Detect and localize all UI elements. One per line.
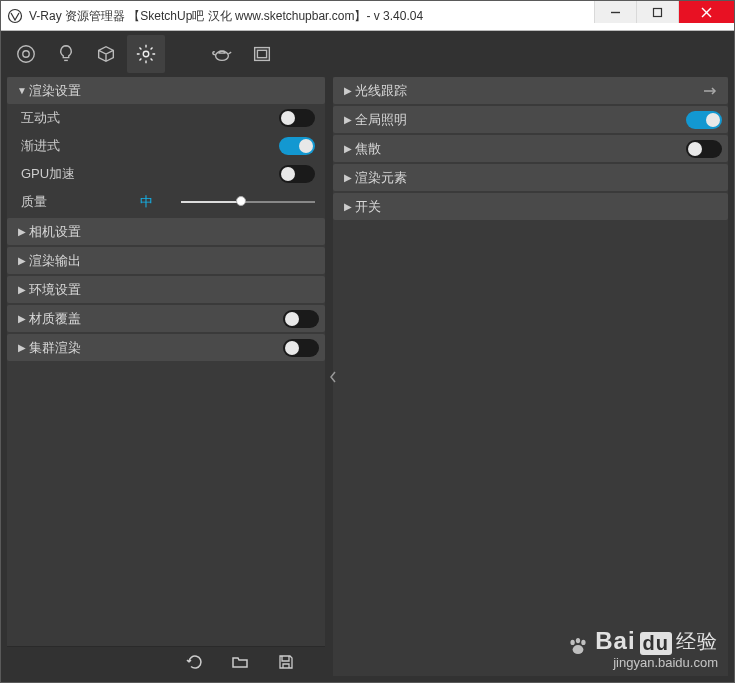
chevron-right-icon: ▶ (15, 255, 29, 266)
chevron-down-icon: ▼ (15, 85, 29, 96)
chevron-right-icon: ▶ (15, 342, 29, 353)
expand-icon[interactable] (702, 82, 720, 100)
svg-point-6 (23, 51, 29, 57)
row-label: 质量 (21, 193, 121, 211)
chevron-right-icon: ▶ (341, 85, 355, 96)
window-controls (594, 1, 734, 23)
section-label: 全局照明 (355, 111, 407, 129)
caustics-toggle[interactable] (686, 140, 722, 158)
left-bottom-bar (7, 646, 325, 676)
material-override-toggle[interactable] (283, 310, 319, 328)
section-swarm[interactable]: ▶ 集群渲染 (7, 334, 325, 361)
chevron-right-icon: ▶ (341, 114, 355, 125)
section-label: 光线跟踪 (355, 82, 407, 100)
svg-rect-11 (257, 50, 266, 57)
row-quality: 质量 中 (7, 188, 325, 216)
content-area: ▼ 渲染设置 互动式 渐进式 GPU加速 (1, 31, 734, 682)
main-toolbar (1, 31, 734, 77)
section-output[interactable]: ▶ 渲染输出 (7, 247, 325, 274)
panels-container: ▼ 渲染设置 互动式 渐进式 GPU加速 (7, 77, 728, 676)
section-label: 焦散 (355, 140, 381, 158)
chevron-right-icon: ▶ (15, 226, 29, 237)
settings-tab-icon[interactable] (127, 35, 165, 73)
quality-value: 中 (121, 193, 171, 211)
vray-logo-icon (7, 8, 23, 24)
left-panel: ▼ 渲染设置 互动式 渐进式 GPU加速 (7, 77, 325, 676)
geometry-tab-icon[interactable] (87, 35, 125, 73)
minimize-button[interactable] (594, 1, 636, 23)
chevron-right-icon: ▶ (341, 201, 355, 212)
section-environment[interactable]: ▶ 环境设置 (7, 276, 325, 303)
section-label: 材质覆盖 (29, 310, 81, 328)
chevron-right-icon: ▶ (15, 313, 29, 324)
svg-rect-2 (654, 8, 662, 16)
section-camera[interactable]: ▶ 相机设置 (7, 218, 325, 245)
gi-toggle[interactable] (686, 111, 722, 129)
swarm-toggle[interactable] (283, 339, 319, 357)
save-icon[interactable] (277, 653, 295, 671)
section-label: 渲染输出 (29, 252, 81, 270)
row-progressive: 渐进式 (7, 132, 325, 160)
maximize-button[interactable] (636, 1, 678, 23)
gpu-toggle[interactable] (279, 165, 315, 183)
section-label: 环境设置 (29, 281, 81, 299)
section-label: 相机设置 (29, 223, 81, 241)
section-render-settings[interactable]: ▼ 渲染设置 (7, 77, 325, 104)
render-teapot-icon[interactable] (203, 35, 241, 73)
frame-buffer-icon[interactable] (243, 35, 281, 73)
section-raytrace[interactable]: ▶ 光线跟踪 (333, 77, 728, 104)
section-elements[interactable]: ▶ 渲染元素 (333, 164, 728, 191)
quality-slider[interactable] (181, 193, 315, 211)
section-switches[interactable]: ▶ 开关 (333, 193, 728, 220)
window-title: V-Ray 资源管理器 【SketchUp吧 汉化 www.sketchupba… (29, 1, 594, 31)
titlebar: V-Ray 资源管理器 【SketchUp吧 汉化 www.sketchupba… (1, 1, 734, 31)
chevron-right-icon: ▶ (341, 172, 355, 183)
section-label: 渲染设置 (29, 82, 81, 100)
undo-icon[interactable] (185, 653, 203, 671)
materials-tab-icon[interactable] (7, 35, 45, 73)
section-material-override[interactable]: ▶ 材质覆盖 (7, 305, 325, 332)
section-gi[interactable]: ▶ 全局照明 (333, 106, 728, 133)
close-button[interactable] (678, 1, 734, 23)
svg-point-5 (18, 46, 35, 63)
section-caustics[interactable]: ▶ 焦散 (333, 135, 728, 162)
svg-point-8 (143, 51, 149, 57)
section-label: 开关 (355, 198, 381, 216)
section-label: 渲染元素 (355, 169, 407, 187)
row-label: GPU加速 (21, 165, 141, 183)
chevron-right-icon: ▶ (341, 143, 355, 154)
chevron-right-icon: ▶ (15, 284, 29, 295)
row-label: 互动式 (21, 109, 141, 127)
row-label: 渐进式 (21, 137, 141, 155)
section-label: 集群渲染 (29, 339, 81, 357)
panel-splitter-icon[interactable] (325, 365, 341, 389)
row-interactive: 互动式 (7, 104, 325, 132)
app-window: V-Ray 资源管理器 【SketchUp吧 汉化 www.sketchupba… (0, 0, 735, 683)
interactive-toggle[interactable] (279, 109, 315, 127)
open-folder-icon[interactable] (231, 653, 249, 671)
lights-tab-icon[interactable] (47, 35, 85, 73)
row-gpu: GPU加速 (7, 160, 325, 188)
right-panel: ▶ 光线跟踪 ▶ 全局照明 ▶ 焦散 (333, 77, 728, 676)
progressive-toggle[interactable] (279, 137, 315, 155)
